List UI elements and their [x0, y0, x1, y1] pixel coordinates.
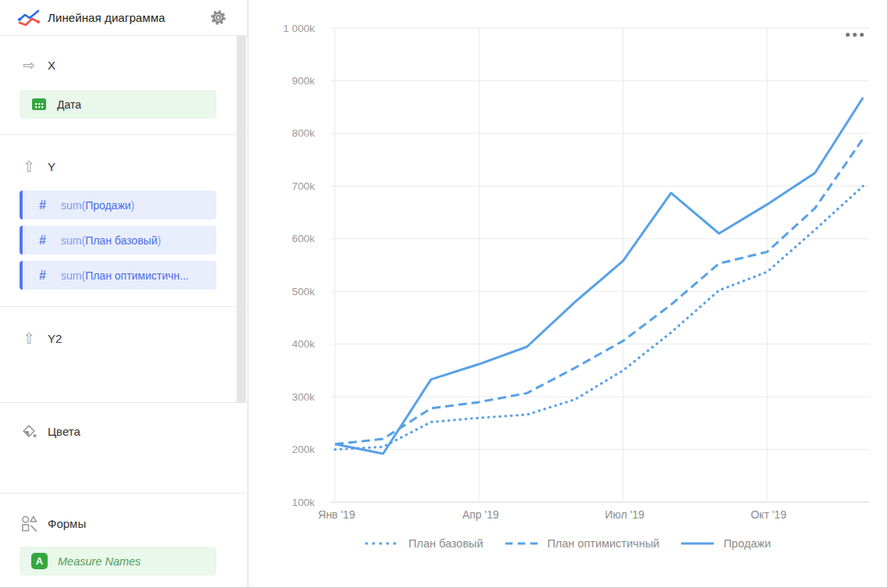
- arrow-up-icon: ⇧: [20, 157, 38, 176]
- chart-type-title: Линейная диаграмма: [48, 11, 209, 24]
- y-axis-tick-label: 800k: [292, 127, 316, 139]
- arrow-right-icon: ⇨: [20, 55, 38, 74]
- field-pill-date[interactable]: Дата: [20, 90, 216, 119]
- line-chart-logo-icon: [17, 9, 41, 27]
- shapes-icon: [20, 514, 38, 533]
- series-dotted[interactable]: [335, 186, 863, 449]
- section-colors-label: Цвета: [48, 425, 80, 438]
- x-axis-tick-label: Июл '19: [604, 508, 644, 521]
- section-x-label: X: [48, 59, 55, 72]
- y-axis-tick-label: 200k: [292, 444, 316, 455]
- section-colors-header: Цвета: [0, 422, 248, 440]
- hash-icon: #: [34, 198, 51, 212]
- config-sidebar: Линейная диаграмма ⇨ X: [0, 0, 248, 587]
- legend-swatch-dashed: [504, 541, 540, 546]
- y-axis-tick-label: 400k: [292, 338, 316, 350]
- y-axis-tick-label: 500k: [292, 286, 316, 298]
- legend-item-solid[interactable]: Продажи: [679, 537, 771, 550]
- chart-legend: План базовыйПлан оптимистичныйПродажи: [248, 537, 887, 550]
- arrow-up-icon: ⇧: [20, 329, 38, 347]
- measure-formula: sum(Продажи): [61, 199, 134, 212]
- sidebar-header: Линейная диаграмма: [0, 0, 248, 36]
- section-shapes: Формы A Measure Names: [0, 494, 248, 576]
- section-y-label: Y: [48, 160, 55, 173]
- section-x-header: ⇨ X: [0, 55, 248, 74]
- measure-pill-optimistic-plan[interactable]: # sum(План оптимистичн...: [20, 261, 216, 290]
- section-y2-header: ⇧ Y2: [0, 329, 248, 347]
- section-shapes-header: Формы: [0, 514, 248, 533]
- measure-pill-sales[interactable]: # sum(Продажи): [20, 191, 216, 219]
- gear-icon[interactable]: [209, 9, 227, 27]
- y-axis-tick-label: 700k: [292, 180, 316, 192]
- series-solid[interactable]: [335, 98, 863, 454]
- legend-label: План оптимистичный: [547, 537, 660, 550]
- hash-icon: #: [34, 269, 51, 283]
- legend-item-dashed[interactable]: План оптимистичный: [504, 537, 660, 550]
- section-y-header: ⇧ Y: [0, 157, 248, 176]
- measure-pill-base-plan[interactable]: # sum(План базовый): [20, 226, 216, 255]
- chart-builder-window: Линейная диаграмма ⇨ X: [0, 0, 888, 588]
- chart-more-menu-icon[interactable]: [843, 30, 866, 39]
- y-axis-tick-label: 600k: [292, 233, 316, 244]
- section-y2-label: Y2: [48, 332, 62, 345]
- legend-item-dotted[interactable]: План базовый: [365, 537, 483, 550]
- paint-bucket-icon: [20, 422, 38, 440]
- measure-formula: sum(План оптимистичн...: [61, 269, 189, 282]
- line-chart[interactable]: 1 000k900k800k700k600k500k400k300k200k10…: [248, 0, 887, 588]
- section-y: ⇧ Y # sum(Продажи) # sum(План базовый) #…: [0, 135, 248, 307]
- section-shapes-label: Формы: [48, 517, 86, 530]
- section-colors: Цвета: [0, 403, 248, 494]
- measure-formula: sum(План базовый): [61, 234, 161, 247]
- x-axis-tick-label: Апр '19: [462, 508, 499, 521]
- y-axis-tick-label: 1 000k: [283, 23, 315, 34]
- x-axis-tick-label: Окт '19: [751, 508, 786, 521]
- x-axis-tick-label: Янв '19: [318, 508, 355, 521]
- sidebar-scroll-area: ⇨ X Дата: [0, 36, 248, 403]
- dimension-a-icon: A: [31, 553, 48, 569]
- section-x: ⇨ X Дата: [0, 36, 248, 135]
- legend-swatch-solid: [679, 541, 715, 546]
- hash-icon: #: [34, 233, 51, 248]
- sidebar-scrollbar[interactable]: [237, 36, 246, 403]
- y-axis-tick-label: 300k: [292, 391, 316, 403]
- y-axis-tick-label: 100k: [292, 497, 316, 508]
- legend-label: Продажи: [723, 537, 771, 550]
- calendar-icon: [31, 97, 47, 112]
- legend-swatch-dotted: [365, 541, 401, 546]
- field-label-date: Дата: [57, 98, 81, 111]
- legend-label: План базовый: [408, 537, 483, 550]
- field-pill-measure-names[interactable]: A Measure Names: [20, 547, 216, 576]
- field-label-measure-names: Measure Names: [58, 555, 141, 568]
- chart-canvas: 1 000k900k800k700k600k500k400k300k200k10…: [248, 0, 887, 587]
- section-y2: ⇧ Y2: [0, 307, 248, 347]
- y-axis-tick-label: 900k: [292, 75, 316, 87]
